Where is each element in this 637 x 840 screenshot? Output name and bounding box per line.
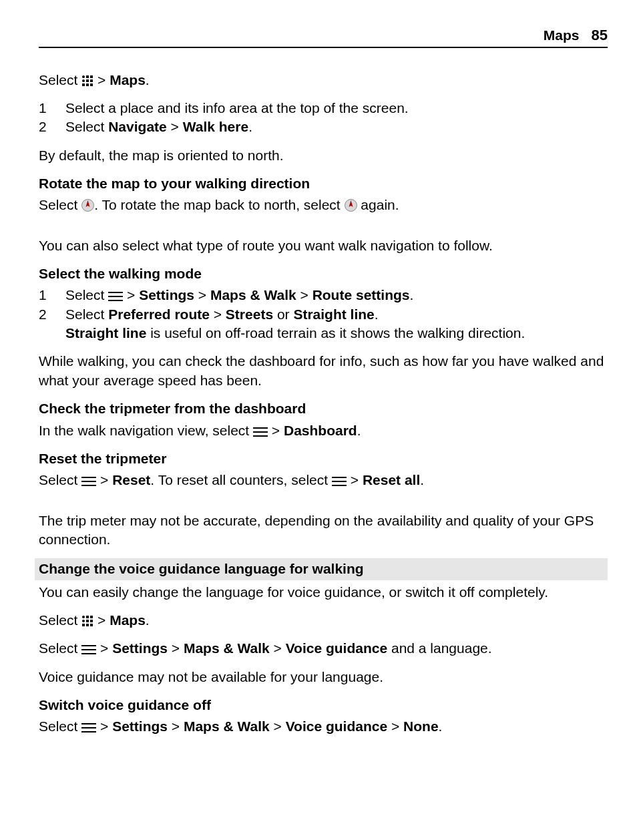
text: and a language. (387, 640, 491, 656)
svg-rect-8 (90, 83, 93, 86)
text: > (270, 718, 286, 734)
tripmeter-heading: Check the tripmeter from the dashboard (39, 399, 608, 418)
text: > (100, 718, 112, 734)
steps-walking-mode: 1 Select > Settings > Maps & Walk > Rout… (39, 286, 608, 324)
reset-heading: Reset the tripmeter (39, 449, 608, 468)
text: . (146, 612, 150, 628)
text: > (210, 306, 226, 322)
menu-icon (81, 722, 96, 733)
route-intro-text: You can also select what type of route y… (39, 236, 608, 255)
navigate-label: Navigate (108, 119, 167, 134)
svg-rect-31 (82, 624, 85, 626)
text: > (100, 472, 112, 487)
text: . (248, 119, 252, 134)
apps-grid-icon (81, 615, 93, 627)
page-header: Maps 85 (39, 25, 608, 48)
reset-all-label: Reset all (363, 472, 420, 487)
maps-walk-label: Maps & Walk (184, 718, 270, 734)
text: > (272, 423, 284, 438)
tripmeter-text: In the walk navigation view, select > Da… (39, 421, 608, 440)
text: In the walk navigation view, select (39, 423, 253, 438)
step-1: 1 Select > Settings > Maps & Walk > Rout… (39, 286, 608, 304)
gps-note-text: The trip meter may not be accurate, depe… (39, 511, 608, 550)
text: is useful on off-road terrain as it show… (146, 325, 525, 341)
straight-line-label: Straight line (65, 325, 146, 341)
streets-label: Streets (226, 306, 273, 322)
text: > (168, 640, 184, 656)
menu-icon (332, 476, 347, 487)
maps-walk-label: Maps & Walk (210, 287, 296, 302)
compass-north-icon (345, 199, 357, 212)
voice-select-maps: Select > Maps. (39, 611, 608, 630)
menu-icon (81, 476, 96, 487)
none-label: None (403, 718, 439, 734)
maps-walk-label: Maps & Walk (184, 640, 270, 656)
switch-off-text: Select > Settings > Maps & Walk > Voice … (39, 717, 608, 736)
voice-intro-text: You can easily change the language for v… (39, 583, 608, 602)
maps-label: Maps (110, 72, 146, 87)
intro-select-maps: Select > Maps. (39, 71, 608, 89)
text: . To rotate the map back to north, selec… (94, 197, 344, 212)
default-north-text: By default, the map is oriented to north… (39, 146, 608, 165)
step-text: Select Navigate > Walk here. (65, 118, 608, 136)
svg-point-25 (82, 616, 85, 618)
step-2: 2 Select Navigate > Walk here. (39, 118, 608, 136)
step-text: Select Preferred route > Streets or Stra… (65, 305, 608, 324)
svg-rect-33 (90, 624, 93, 626)
text: > (270, 640, 286, 656)
step-number: 1 (39, 286, 65, 304)
svg-rect-5 (90, 79, 93, 82)
dashboard-intro-text: While walking, you can check the dashboa… (39, 352, 608, 390)
text: > (296, 287, 312, 302)
svg-rect-4 (86, 79, 89, 82)
text: > (167, 119, 183, 134)
preferred-route-label: Preferred route (108, 306, 210, 322)
text: > (387, 718, 403, 734)
svg-rect-2 (86, 75, 89, 78)
text: again. (357, 197, 399, 212)
reset-text: Select > Reset. To reset all counters, s… (39, 471, 608, 489)
step-text: Select a place and its info area at the … (65, 99, 608, 118)
text: > (351, 472, 363, 487)
svg-rect-32 (86, 624, 89, 626)
text: . (146, 72, 150, 87)
text: Select (65, 306, 108, 322)
voice-guidance-label: Voice guidance (286, 640, 388, 656)
svg-point-1 (82, 79, 85, 82)
text: > (194, 287, 210, 302)
voice-guidance-label: Voice guidance (286, 718, 388, 734)
menu-icon (108, 291, 123, 302)
compass-north-icon (81, 199, 94, 212)
settings-label: Settings (112, 718, 168, 734)
text: > (97, 72, 110, 87)
menu-icon (253, 427, 268, 437)
text: Select (39, 472, 81, 487)
reset-label: Reset (112, 472, 150, 487)
svg-rect-30 (90, 620, 93, 622)
text: . (420, 472, 424, 487)
text: > (100, 640, 112, 656)
step-1: 1 Select a place and its info area at th… (39, 99, 608, 118)
page-number: 85 (592, 25, 608, 45)
step-2: 2 Select Preferred route > Streets or St… (39, 305, 608, 324)
steps-navigate: 1 Select a place and its info area at th… (39, 99, 608, 137)
voice-availability-text: Voice guidance may not be available for … (39, 668, 608, 686)
apps-grid-icon (81, 75, 93, 87)
straight-line-label: Straight line (293, 306, 374, 322)
voice-select-settings: Select > Settings > Maps & Walk > Voice … (39, 639, 608, 658)
text: Select (65, 287, 108, 302)
step-number: 1 (39, 99, 65, 118)
walking-mode-heading: Select the walking mode (39, 264, 608, 283)
text: > (127, 287, 139, 302)
text: Select (39, 612, 81, 628)
text: Select (39, 640, 81, 656)
step-number: 2 (39, 305, 65, 324)
walk-here-label: Walk here (183, 119, 248, 134)
step-text: Select > Settings > Maps & Walk > Route … (65, 286, 608, 304)
menu-icon (81, 644, 96, 655)
route-settings-label: Route settings (312, 287, 410, 302)
dashboard-label: Dashboard (284, 423, 357, 438)
svg-rect-7 (86, 83, 89, 86)
svg-rect-6 (82, 83, 85, 86)
svg-rect-3 (90, 75, 93, 78)
